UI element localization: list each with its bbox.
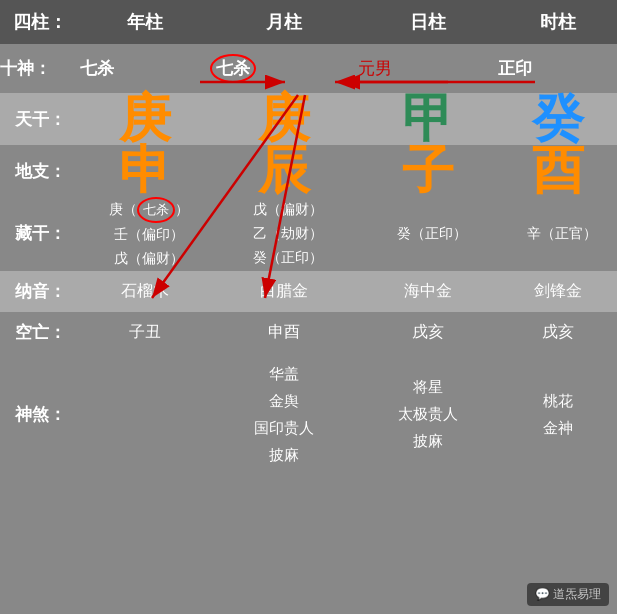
shenshar-yue-l3: 国印贵人 [254,420,314,436]
tiangan-ri: 甲 [358,93,498,145]
dizhi-shi: 酉 [498,145,617,197]
shishen-row: 十神： 七杀 七杀 元男 正印 [0,44,617,93]
zanggan-label: 藏干： [0,197,80,271]
wechat-name: 道炁易理 [553,587,601,601]
shenshar-yue: 华盖 金舆 国印贵人 披麻 [210,353,358,477]
zanggan-nian: 庚（七杀） 壬（偏印） 戊（偏财） [80,197,210,271]
nayin-label: 纳音： [0,271,80,312]
shenshar-ri: 将星 太极贵人 披麻 [358,353,498,477]
kongwang-shi: 戌亥 [498,312,617,353]
shishen-shi: 正印 [498,44,617,93]
shishen-nian: 七杀 [80,44,210,93]
tiangan-shi: 癸 [498,93,617,145]
shishen-yue: 七杀 [210,44,358,93]
dizhi-label: 地支： [0,145,80,197]
kongwang-ri: 戌亥 [358,312,498,353]
tiangan-label: 天干： [0,93,80,145]
zanggan-yue-line2: 乙（劫财） [253,226,323,241]
shishen-ri: 元男 [358,44,498,93]
wechat-badge: 💬 道炁易理 [527,583,609,606]
wechat-icon: 💬 [535,587,550,601]
shenshar-label: 神煞： [0,353,80,477]
header-shi: 时柱 [498,0,617,44]
nayin-ri: 海中金 [358,271,498,312]
kongwang-row: 空亡： 子丑 申酉 戌亥 戌亥 [0,312,617,353]
zanggan-qisha-circled: 七杀 [137,197,175,223]
zanggan-ri: 癸（正印） [358,197,498,271]
zanggan-nian-line1: 庚（七杀） [109,202,189,217]
shishen-yue-circled: 七杀 [210,54,256,83]
zanggan-yue-line3: 癸（正印） [253,250,323,265]
kongwang-yue: 申酉 [210,312,358,353]
tiangan-yue: 庚 [210,93,358,145]
dizhi-nian: 申 [80,145,210,197]
header-yue: 月柱 [210,0,358,44]
shenshar-shi: 桃花 金神 [498,353,617,477]
shenshar-ri-l1: 将星 [413,379,443,395]
shenshar-row: 神煞： 华盖 金舆 国印贵人 披麻 将星 太极贵人 披麻 桃花 金神 [0,353,617,477]
kongwang-label: 空亡： [0,312,80,353]
shenshar-ri-l2: 太极贵人 [398,406,458,422]
header-nian: 年柱 [80,0,210,44]
zanggan-yue: 戊（偏财） 乙（劫财） 癸（正印） [210,197,358,271]
shenshar-yue-l1: 华盖 [269,366,299,382]
shishen-label: 十神： [0,44,80,93]
zanggan-nian-line3: 戊（偏财） [114,251,184,266]
zanggan-shi: 辛（正官） [498,197,617,271]
shenshar-nian [80,353,210,477]
nayin-row: 纳音： 石榴木 白腊金 海中金 剑锋金 [0,271,617,312]
header-sizhu: 四柱： [0,0,80,44]
shenshar-yue-l4: 披麻 [269,447,299,463]
kongwang-nian: 子丑 [80,312,210,353]
zanggan-ri-line1: 癸（正印） [397,226,467,241]
main-container: 四柱： 年柱 月柱 日柱 时柱 十神： 七杀 七杀 元男 正印 天干： [0,0,617,614]
zanggan-row: 藏干： 庚（七杀） 壬（偏印） 戊（偏财） 戊（偏财） 乙（劫财） 癸（正印） … [0,197,617,271]
dizhi-ri: 子 [358,145,498,197]
zanggan-yue-line1: 戊（偏财） [253,202,323,217]
shenshar-shi-l2: 金神 [543,420,573,436]
tiangan-nian: 庚 [80,93,210,145]
shenshar-shi-l1: 桃花 [543,393,573,409]
nayin-yue: 白腊金 [210,271,358,312]
shenshar-yue-l2: 金舆 [269,393,299,409]
nayin-shi: 剑锋金 [498,271,617,312]
shenshar-ri-l3: 披麻 [413,433,443,449]
zanggan-shi-line1: 辛（正官） [527,226,597,241]
header-ri: 日柱 [358,0,498,44]
tiangan-row: 天干： 庚 庚 甲 癸 [0,93,617,145]
nayin-nian: 石榴木 [80,271,210,312]
zanggan-nian-line2: 壬（偏印） [114,227,184,242]
dizhi-yue: 辰 [210,145,358,197]
dizhi-row: 地支： 申 辰 子 酉 [0,145,617,197]
header-row: 四柱： 年柱 月柱 日柱 时柱 [0,0,617,44]
